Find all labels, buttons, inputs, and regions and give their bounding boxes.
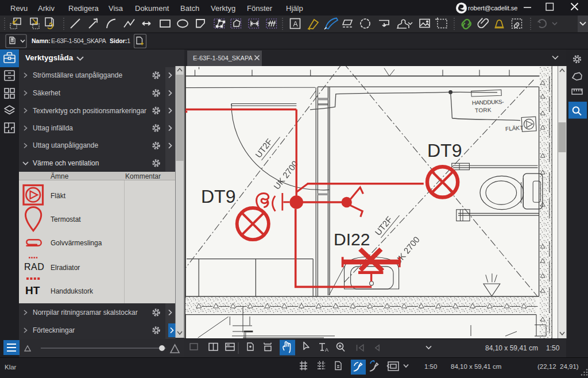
svg-text:A: A (325, 347, 328, 353)
svg-text:A: A (293, 20, 298, 28)
